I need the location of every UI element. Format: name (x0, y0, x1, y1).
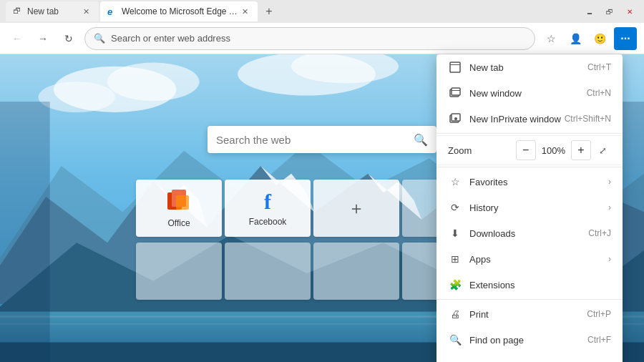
apps-arrow: › (608, 254, 611, 264)
quick-link-office[interactable]: Office (136, 180, 222, 237)
new-window-shortcut: Ctrl+N (587, 88, 611, 98)
inprivate-menu-icon (448, 112, 462, 126)
svg-rect-24 (450, 62, 460, 72)
zoom-label: Zoom (448, 145, 516, 156)
favorites-menu-icon: ☆ (448, 175, 462, 189)
svg-rect-28 (452, 90, 460, 91)
tab-new-tab[interactable]: 🗗 New tab ✕ (6, 1, 99, 21)
menu-item-favorites[interactable]: ☆ Favorites › (436, 169, 623, 195)
read-aloud-menu-icon: A (448, 358, 462, 362)
quick-link-row2-3[interactable] (313, 243, 399, 300)
address-bar[interactable]: 🔍 Search or enter web address (84, 27, 535, 50)
history-label: History (469, 202, 605, 213)
tab-new-tab-label: New tab (27, 6, 80, 16)
maximize-button[interactable]: 🗗 (601, 3, 618, 20)
menu-item-extensions[interactable]: 🧩 Extensions (436, 272, 623, 298)
back-button[interactable]: ← (7, 29, 27, 49)
search-bar[interactable]: 🔍 (208, 126, 436, 153)
history-arrow: › (608, 202, 611, 212)
menu-item-new-window[interactable]: New window Ctrl+N (436, 80, 623, 106)
zoom-minus-button[interactable]: − (516, 140, 536, 160)
tab-new-tab-close[interactable]: ✕ (80, 6, 92, 17)
menu-divider-2 (436, 167, 623, 167)
zoom-row: Zoom − 100% + ⤢ (436, 135, 623, 165)
inprivate-shortcut: Ctrl+Shift+N (565, 114, 611, 124)
downloads-label: Downloads (469, 228, 588, 239)
dropdown-menu: New tab Ctrl+T New window Ctrl+N New InP… (436, 54, 623, 362)
find-shortcut: Ctrl+F (587, 335, 611, 345)
svg-point-2 (107, 62, 200, 101)
favorites-arrow: › (608, 177, 611, 187)
emoji-icon-btn[interactable]: 🙂 (590, 29, 610, 49)
menu-item-find[interactable]: 🔍 Find on page Ctrl+F (436, 327, 623, 353)
menu-item-inprivate[interactable]: New InPrivate window Ctrl+Shift+N (436, 106, 623, 132)
office-icon (166, 188, 192, 214)
extensions-label: Extensions (469, 280, 611, 290)
new-tab-button[interactable]: + (259, 1, 279, 21)
new-tab-label: New tab (469, 62, 587, 73)
search-input[interactable] (216, 134, 414, 146)
zoom-plus-button[interactable]: + (571, 140, 591, 160)
tab-edge-label: Welcome to Microsoft Edge Can... (122, 6, 239, 16)
print-shortcut: Ctrl+P (587, 309, 611, 319)
menu-item-print[interactable]: 🖨 Print Ctrl+P (436, 301, 623, 327)
svg-rect-27 (452, 88, 460, 95)
downloads-shortcut: Ctrl+J (588, 228, 611, 238)
title-bar: 🗗 New tab ✕ e Welcome to Microsoft Edge … (0, 0, 644, 23)
zoom-expand-button[interactable]: ⤢ (594, 142, 611, 159)
zoom-value: 100% (536, 145, 571, 156)
menu-item-new-tab[interactable]: New tab Ctrl+T (436, 54, 623, 80)
search-icon: 🔍 (414, 133, 428, 147)
more-button[interactable]: ··· (614, 27, 637, 50)
menu-divider-1 (436, 133, 623, 134)
svg-point-31 (454, 117, 457, 120)
downloads-menu-icon: ⬇ (448, 226, 462, 240)
menu-item-downloads[interactable]: ⬇ Downloads Ctrl+J (436, 220, 623, 246)
svg-rect-25 (450, 64, 460, 65)
apps-label: Apps (469, 254, 605, 265)
find-label: Find on page (469, 335, 587, 346)
quick-link-row2-1[interactable] (136, 243, 222, 300)
tab-edge-close[interactable]: ✕ (239, 6, 250, 17)
svg-rect-19 (0, 102, 50, 362)
quick-link-row2-2[interactable] (225, 243, 311, 300)
inprivate-label: New InPrivate window (469, 114, 565, 124)
new-tab-menu-icon (448, 60, 462, 74)
new-tab-shortcut: Ctrl+T (587, 62, 611, 72)
address-bar-text: Search or enter web address (111, 33, 526, 44)
print-menu-icon: 🖨 (448, 307, 462, 321)
extensions-menu-icon: 🧩 (448, 278, 462, 292)
facebook-label: Facebook (249, 217, 287, 227)
apps-menu-icon: ⊞ (448, 252, 462, 266)
quick-link-facebook[interactable]: f Facebook (225, 180, 311, 237)
nav-icons: ☆ 👤 🙂 ··· (541, 27, 637, 50)
refresh-button[interactable]: ↻ (59, 29, 79, 49)
favorites-icon-btn[interactable]: ☆ (541, 29, 561, 49)
close-button[interactable]: ✕ (621, 3, 638, 20)
minimize-button[interactable]: 🗕 (581, 3, 598, 20)
nav-bar: ← → ↻ 🔍 Search or enter web address ☆ 👤 … (0, 23, 644, 54)
search-container: 🔍 (208, 126, 436, 153)
edge-icon: e (107, 6, 117, 16)
new-tab-icon: 🗗 (13, 6, 23, 16)
favorites-label: Favorites (469, 177, 605, 187)
svg-rect-23 (176, 195, 189, 210)
window-controls: 🗕 🗗 ✕ (581, 3, 638, 20)
menu-item-history[interactable]: ⟳ History › (436, 195, 623, 220)
history-menu-icon: ⟳ (448, 200, 462, 215)
facebook-icon: f (264, 190, 271, 214)
print-label: Print (469, 309, 587, 320)
menu-divider-3 (436, 299, 623, 300)
find-menu-icon: 🔍 (448, 333, 462, 347)
quick-link-add[interactable]: ＋ (313, 180, 399, 237)
new-window-menu-icon (448, 86, 462, 100)
browser-chrome: 🗗 New tab ✕ e Welcome to Microsoft Edge … (0, 0, 644, 54)
tab-edge-canary[interactable]: e Welcome to Microsoft Edge Can... ✕ (100, 1, 258, 21)
add-icon: ＋ (348, 197, 365, 220)
menu-item-apps[interactable]: ⊞ Apps › (436, 246, 623, 272)
profile-icon-btn[interactable]: 👤 (565, 29, 585, 49)
forward-button[interactable]: → (33, 29, 53, 49)
new-window-label: New window (469, 88, 587, 99)
office-label: Office (167, 218, 190, 228)
menu-item-read-aloud[interactable]: A Read aloud (436, 353, 623, 362)
